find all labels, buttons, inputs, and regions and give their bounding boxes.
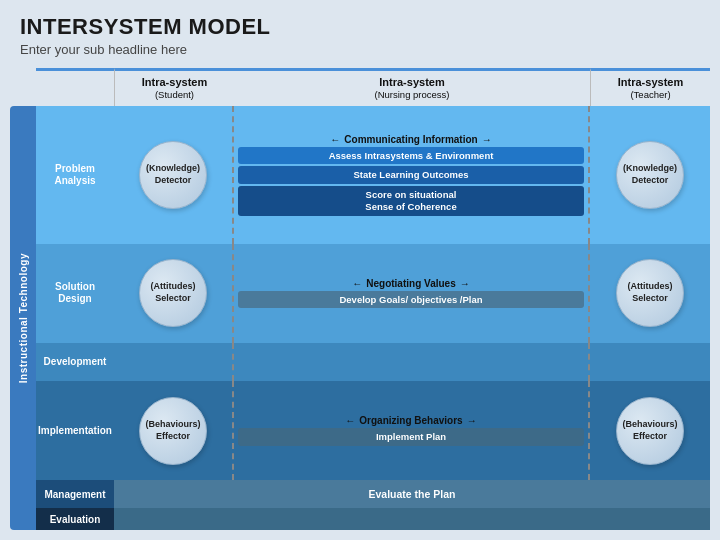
center-col-solution: ← Negotiating Values → Develop Goals/ ob…: [234, 244, 590, 343]
center-col-implementation: ← Organizing Behaviors → Implement Plan: [234, 381, 590, 480]
circle-behaviours-effector-right: (Behaviours) Effector: [616, 397, 684, 465]
circle-behaviours-effector-left: (Behaviours) Effector: [139, 397, 207, 465]
evaluate-plan-text: Evaluate the Plan: [369, 488, 456, 500]
title-area: INTERSYSTEM MODEL Enter your sub headlin…: [0, 0, 720, 63]
row-implementation: Implementation (Behaviours) Effector ← O…: [36, 381, 710, 480]
evaluation-content: [114, 508, 710, 530]
management-content: Evaluate the Plan: [114, 480, 710, 508]
vl-spacer: [10, 68, 36, 106]
vertical-label-wrapper: Instructional Technology: [10, 68, 36, 530]
management-row: Management Evaluate the Plan: [36, 480, 710, 508]
label-evaluation: Evaluation: [36, 508, 114, 530]
evaluation-row: Evaluation: [36, 508, 710, 530]
teacher-col-implementation: (Behaviours) Effector: [590, 381, 710, 480]
student-col-solution: (Attitudes) Selector: [114, 244, 234, 343]
main-title: INTERSYSTEM MODEL: [20, 14, 700, 40]
center-col-development: [234, 343, 590, 382]
row-problem-analysis: ProblemAnalysis (Knowledge) Detector ← C…: [36, 106, 710, 244]
organizing-arrow: ← Organizing Behaviors →: [238, 415, 584, 426]
circle-attitudes-selector-left: (Attitudes) Selector: [139, 259, 207, 327]
circle-attitudes-selector-right: (Attitudes) Selector: [616, 259, 684, 327]
teacher-col-solution: (Attitudes) Selector: [590, 244, 710, 343]
main-area: Intra-system (Student) Intra-system (Nur…: [36, 68, 710, 530]
bottom-rows: Management Evaluate the Plan Evaluation: [36, 480, 710, 530]
teacher-col-development: [590, 343, 710, 382]
box-assess: Assess Intrasystems & Environment: [238, 147, 584, 165]
student-col-problem: (Knowledge) Detector: [114, 106, 234, 244]
diagram-outer: Instructional Technology Intra-system (S…: [10, 68, 710, 530]
label-problem-analysis: ProblemAnalysis: [36, 106, 114, 244]
header-student: Intra-system (Student): [114, 68, 234, 106]
header-spacer: [36, 68, 114, 106]
box-develop-goals: Develop Goals/ objectives /Plan: [238, 291, 584, 309]
header-teacher: Intra-system (Teacher): [590, 68, 710, 106]
body-rows: ProblemAnalysis (Knowledge) Detector ← C…: [36, 106, 710, 480]
row-solution-design: SolutionDesign (Attitudes) Selector ← Ne…: [36, 244, 710, 343]
student-col-development: [114, 343, 234, 382]
comm-arrow: ← Communicating Information →: [238, 134, 584, 145]
label-solution-design: SolutionDesign: [36, 244, 114, 343]
negotiating-arrow: ← Negotiating Values →: [238, 278, 584, 289]
page: INTERSYSTEM MODEL Enter your sub headlin…: [0, 0, 720, 540]
subtitle: Enter your sub headline here: [20, 42, 700, 57]
label-development: Development: [36, 343, 114, 382]
row-development: Development: [36, 343, 710, 382]
circle-knowledge-detector-right: (Knowledge) Detector: [616, 141, 684, 209]
teacher-col-problem: (Knowledge) Detector: [590, 106, 710, 244]
label-management: Management: [36, 480, 114, 508]
box-implement-plan: Implement Plan: [238, 428, 584, 446]
vertical-label-bar: Instructional Technology: [10, 106, 36, 530]
label-implementation: Implementation: [36, 381, 114, 480]
student-col-implementation: (Behaviours) Effector: [114, 381, 234, 480]
header-nursing: Intra-system (Nursing process): [234, 68, 590, 106]
center-col-problem: ← Communicating Information → Assess Int…: [234, 106, 590, 244]
column-headers: Intra-system (Student) Intra-system (Nur…: [36, 68, 710, 106]
vertical-label-text: Instructional Technology: [18, 253, 29, 383]
circle-knowledge-detector-left: (Knowledge) Detector: [139, 141, 207, 209]
box-score-situational: Score on situationalSense of Coherence: [238, 186, 584, 216]
box-state-learning: State Learning Outcomes: [238, 166, 584, 184]
